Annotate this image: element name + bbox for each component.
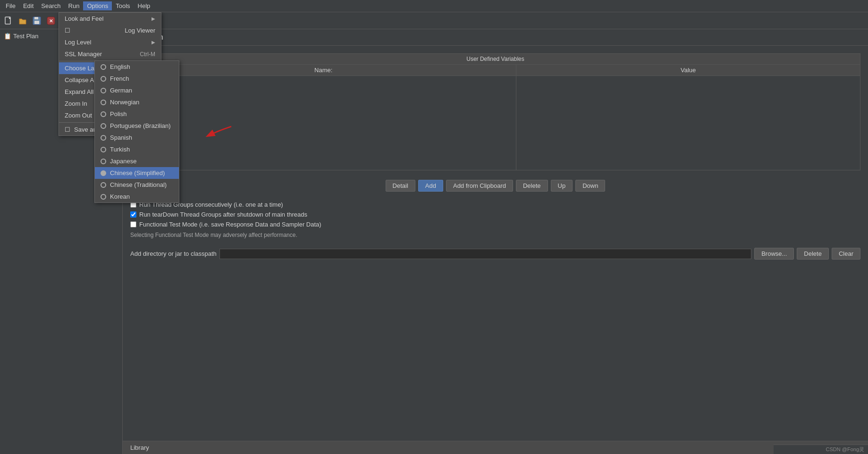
lang-radio-turkish bbox=[101, 147, 106, 152]
tree-item-icon: 📋 bbox=[4, 33, 11, 40]
lang-radio-english bbox=[101, 64, 106, 70]
checkbox-teardown-row: Run tearDown Thread Groups after shutdow… bbox=[130, 211, 860, 218]
toolbar-open-btn[interactable] bbox=[16, 14, 29, 27]
expand-all-label: Expand All bbox=[65, 88, 93, 95]
lang-french[interactable]: French bbox=[95, 73, 179, 84]
lang-polish-label: Polish bbox=[110, 110, 126, 118]
checkbox-functional-row: Functional Test Mode (i.e. save Response… bbox=[130, 221, 860, 228]
menu-log-viewer[interactable]: ☐ Log Viewer bbox=[59, 25, 161, 36]
detail-button[interactable]: Detail bbox=[386, 180, 415, 192]
lang-korean[interactable]: Korean bbox=[95, 191, 179, 202]
lang-portuguese-label: Portuguese (Brazilian) bbox=[110, 122, 171, 129]
col-value: Value bbox=[516, 65, 860, 76]
col-name: Name: bbox=[131, 65, 516, 76]
menu-look-and-feel[interactable]: Look and Feel bbox=[59, 13, 161, 25]
menu-run[interactable]: Run bbox=[65, 1, 84, 10]
down-button[interactable]: Down bbox=[575, 180, 605, 192]
lang-chinese-traditional[interactable]: Chinese (Traditional) bbox=[95, 179, 179, 191]
clear-button[interactable]: Clear bbox=[832, 248, 860, 260]
lang-turkish[interactable]: Turkish bbox=[95, 143, 179, 155]
checkbox-teardown[interactable] bbox=[130, 211, 136, 218]
lang-german[interactable]: German bbox=[95, 84, 179, 96]
lang-english-label: English bbox=[110, 63, 130, 70]
add-button[interactable]: Add bbox=[418, 180, 443, 192]
menu-edit[interactable]: Edit bbox=[19, 1, 37, 10]
lang-spanish-label: Spanish bbox=[110, 134, 132, 141]
tree-item-label: Test Plan bbox=[13, 33, 38, 40]
table-section-label: User Defined Variables bbox=[130, 53, 860, 64]
checkbox-teardown-label: Run tearDown Thread Groups after shutdow… bbox=[139, 211, 307, 218]
zoom-out-label: Zoom Out bbox=[65, 112, 92, 119]
zoom-in-label: Zoom In bbox=[65, 100, 87, 107]
lang-radio-french bbox=[101, 76, 106, 82]
lang-norwegian[interactable]: Norwegian bbox=[95, 96, 179, 108]
collapse-all-label: Collapse All bbox=[65, 76, 97, 84]
menu-file[interactable]: File bbox=[2, 1, 19, 10]
checkbox-section: Run Thread Groups consecutively (i.e. on… bbox=[130, 201, 860, 238]
svg-rect-3 bbox=[34, 21, 39, 24]
ssl-manager-label: SSL Manager bbox=[65, 50, 102, 58]
lang-german-label: German bbox=[110, 87, 132, 94]
lang-japanese[interactable]: Japanese bbox=[95, 155, 179, 167]
variables-table: Name: Value bbox=[130, 64, 860, 170]
svg-text:✕: ✕ bbox=[49, 18, 53, 24]
variables-section: User Defined Variables Name: Value bbox=[130, 53, 860, 170]
library-label: Library bbox=[130, 444, 149, 451]
lang-english[interactable]: English bbox=[95, 61, 179, 73]
lang-turkish-label: Turkish bbox=[110, 146, 130, 153]
table-row-empty bbox=[131, 76, 860, 170]
lang-chinese-simplified-label: Chinese (Simplified) bbox=[110, 169, 165, 177]
lang-chinese-simplified[interactable]: Chinese (Simplified) bbox=[95, 167, 179, 179]
lang-radio-german bbox=[101, 88, 106, 93]
lang-radio-portuguese bbox=[101, 123, 106, 129]
save-auto-checkbox-icon: ☐ bbox=[65, 126, 71, 133]
lang-portuguese[interactable]: Portuguese (Brazilian) bbox=[95, 120, 179, 132]
lang-french-label: French bbox=[110, 75, 129, 82]
lang-korean-label: Korean bbox=[110, 193, 130, 200]
content-title: Test Plan bbox=[123, 29, 868, 46]
menu-ssl-manager[interactable]: SSL Manager Ctrl-M bbox=[59, 48, 161, 60]
classpath-delete-button[interactable]: Delete bbox=[797, 248, 829, 260]
lang-radio-spanish bbox=[101, 135, 106, 141]
checkbox-functional-label: Functional Test Mode (i.e. save Response… bbox=[139, 221, 321, 228]
lang-polish[interactable]: Polish bbox=[95, 108, 179, 120]
delete-button[interactable]: Delete bbox=[516, 180, 548, 192]
statusbar: CSDN @Fong灵 bbox=[774, 445, 868, 454]
language-submenu: English French German Norwegian Polish P… bbox=[94, 60, 179, 203]
menu-tools[interactable]: Tools bbox=[112, 1, 134, 10]
toolbar-new-btn[interactable] bbox=[2, 14, 15, 27]
lang-radio-chinese-simplified bbox=[101, 170, 106, 176]
toolbar-close-btn[interactable]: ✕ bbox=[44, 14, 58, 27]
statusbar-text: CSDN @Fong灵 bbox=[826, 446, 864, 453]
lang-radio-japanese bbox=[101, 159, 106, 164]
table-action-buttons: Detail Add Add from Clipboard Delete Up … bbox=[130, 180, 860, 192]
lang-japanese-label: Japanese bbox=[110, 158, 136, 165]
add-from-clipboard-button[interactable]: Add from Clipboard bbox=[446, 180, 513, 192]
lang-radio-polish bbox=[101, 111, 106, 117]
menu-options[interactable]: Options bbox=[83, 1, 112, 10]
checkbox-functional[interactable] bbox=[130, 221, 136, 227]
lang-spanish[interactable]: Spanish bbox=[95, 132, 179, 143]
content-body: User Defined Variables Name: Value bbox=[123, 46, 868, 454]
lang-radio-norwegian bbox=[101, 100, 106, 105]
classpath-row: Add directory or jar to classpath Browse… bbox=[130, 248, 860, 260]
menu-log-level[interactable]: Log Level bbox=[59, 36, 161, 48]
lang-radio-korean bbox=[101, 194, 106, 200]
browse-button[interactable]: Browse... bbox=[754, 248, 794, 260]
log-viewer-checkbox-icon: ☐ bbox=[65, 27, 71, 34]
log-viewer-label: Log Viewer bbox=[125, 27, 155, 34]
ssl-manager-shortcut: Ctrl-M bbox=[140, 51, 155, 58]
look-and-feel-label: Look and Feel bbox=[65, 15, 103, 22]
toolbar-save-btn[interactable] bbox=[30, 14, 43, 27]
lang-chinese-traditional-label: Chinese (Traditional) bbox=[110, 181, 167, 188]
menu-help[interactable]: Help bbox=[134, 1, 154, 10]
up-button[interactable]: Up bbox=[551, 180, 573, 192]
menu-search[interactable]: Search bbox=[37, 1, 64, 10]
checkbox-consecutive-row: Run Thread Groups consecutively (i.e. on… bbox=[130, 201, 860, 208]
classpath-input[interactable] bbox=[219, 249, 751, 259]
lang-radio-chinese-traditional bbox=[101, 182, 106, 188]
classpath-label: Add directory or jar to classpath bbox=[130, 250, 217, 257]
menubar: File Edit Search Run Options Tools Help bbox=[0, 0, 868, 12]
functional-info-text: Selecting Functional Test Mode may adver… bbox=[130, 232, 860, 238]
svg-rect-2 bbox=[34, 17, 38, 19]
